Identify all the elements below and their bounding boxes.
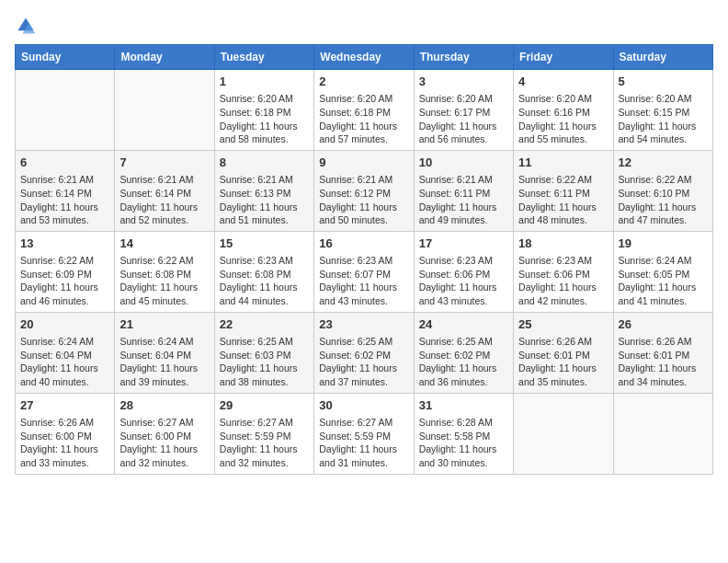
cell-text: Sunrise: 6:23 AM <box>518 254 608 268</box>
cell-text: Daylight: 11 hours and 56 minutes. <box>419 120 508 146</box>
calendar-cell: 14Sunrise: 6:22 AMSunset: 6:08 PMDayligh… <box>115 231 214 312</box>
cell-text: Sunrise: 6:21 AM <box>119 173 209 187</box>
cell-text: Sunset: 6:14 PM <box>20 187 109 201</box>
cell-text: Sunrise: 6:27 AM <box>220 416 309 430</box>
cell-text: Sunrise: 6:28 AM <box>419 416 508 430</box>
day-number: 16 <box>319 236 408 252</box>
cell-text: Sunset: 6:02 PM <box>319 349 408 362</box>
cell-text: Sunrise: 6:22 AM <box>119 254 209 268</box>
week-row-5: 27Sunrise: 6:26 AMSunset: 6:00 PMDayligh… <box>16 393 713 474</box>
logo <box>15 15 40 37</box>
cell-text: Sunrise: 6:21 AM <box>20 173 109 187</box>
cell-text: Daylight: 11 hours and 38 minutes. <box>220 362 309 388</box>
cell-text: Sunset: 6:12 PM <box>319 187 408 201</box>
cell-text: Daylight: 11 hours and 43 minutes. <box>419 281 508 307</box>
cell-text: Sunrise: 6:27 AM <box>319 416 408 430</box>
day-number: 23 <box>319 316 408 333</box>
day-number: 13 <box>20 236 109 252</box>
cell-text: Sunrise: 6:20 AM <box>619 92 708 106</box>
calendar-cell: 24Sunrise: 6:25 AMSunset: 6:02 PMDayligh… <box>414 312 513 393</box>
cell-text: Daylight: 11 hours and 32 minutes. <box>220 442 309 469</box>
cell-text: Sunset: 6:06 PM <box>419 268 508 282</box>
day-number: 4 <box>518 74 608 90</box>
cell-text: Sunrise: 6:22 AM <box>619 173 708 187</box>
logo-icon <box>15 15 37 37</box>
calendar-cell: 9Sunrise: 6:21 AMSunset: 6:12 PMDaylight… <box>314 150 414 231</box>
cell-text: Sunrise: 6:26 AM <box>518 335 608 349</box>
header <box>15 15 713 37</box>
day-number: 25 <box>518 316 608 333</box>
calendar-cell: 10Sunrise: 6:21 AMSunset: 6:11 PMDayligh… <box>414 150 513 231</box>
calendar-cell: 22Sunrise: 6:25 AMSunset: 6:03 PMDayligh… <box>214 312 313 393</box>
cell-text: Daylight: 11 hours and 57 minutes. <box>319 120 408 146</box>
cell-text: Daylight: 11 hours and 33 minutes. <box>20 442 109 469</box>
week-row-4: 20Sunrise: 6:24 AMSunset: 6:04 PMDayligh… <box>16 312 713 393</box>
calendar-table: SundayMondayTuesdayWednesdayThursdayFrid… <box>15 44 713 475</box>
day-number: 1 <box>220 74 309 90</box>
calendar-cell: 16Sunrise: 6:23 AMSunset: 6:07 PMDayligh… <box>314 231 414 312</box>
cell-text: Daylight: 11 hours and 58 minutes. <box>220 120 309 146</box>
calendar-cell: 1Sunrise: 6:20 AMSunset: 6:18 PMDaylight… <box>214 70 313 151</box>
day-header-wednesday: Wednesday <box>314 45 414 70</box>
cell-text: Daylight: 11 hours and 50 minutes. <box>319 201 408 227</box>
cell-text: Sunrise: 6:25 AM <box>220 335 309 349</box>
calendar-cell: 8Sunrise: 6:21 AMSunset: 6:13 PMDaylight… <box>214 150 313 231</box>
cell-text: Sunset: 6:11 PM <box>518 187 608 201</box>
cell-text: Sunrise: 6:21 AM <box>319 173 408 187</box>
cell-text: Daylight: 11 hours and 36 minutes. <box>419 362 508 388</box>
cell-text: Sunrise: 6:22 AM <box>20 254 109 268</box>
day-number: 21 <box>119 316 209 333</box>
calendar-cell: 12Sunrise: 6:22 AMSunset: 6:10 PMDayligh… <box>613 150 712 231</box>
cell-text: Sunrise: 6:26 AM <box>619 335 708 349</box>
cell-text: Daylight: 11 hours and 54 minutes. <box>619 120 708 146</box>
cell-text: Sunset: 6:06 PM <box>518 268 608 282</box>
cell-text: Sunrise: 6:21 AM <box>220 173 309 187</box>
day-number: 5 <box>619 74 708 90</box>
cell-text: Daylight: 11 hours and 45 minutes. <box>119 281 209 307</box>
days-header-row: SundayMondayTuesdayWednesdayThursdayFrid… <box>16 45 713 70</box>
cell-text: Daylight: 11 hours and 30 minutes. <box>419 442 508 469</box>
cell-text: Sunrise: 6:23 AM <box>319 254 408 268</box>
cell-text: Sunset: 6:18 PM <box>220 106 309 120</box>
cell-text: Daylight: 11 hours and 41 minutes. <box>619 281 708 307</box>
cell-text: Sunrise: 6:20 AM <box>319 92 408 106</box>
cell-text: Sunset: 6:05 PM <box>619 268 708 282</box>
cell-text: Sunrise: 6:21 AM <box>419 173 508 187</box>
cell-text: Daylight: 11 hours and 53 minutes. <box>20 201 109 227</box>
day-number: 15 <box>220 236 309 252</box>
cell-text: Sunset: 6:15 PM <box>619 106 708 120</box>
week-row-2: 6Sunrise: 6:21 AMSunset: 6:14 PMDaylight… <box>16 150 713 231</box>
cell-text: Sunset: 6:00 PM <box>20 430 109 443</box>
calendar-cell: 28Sunrise: 6:27 AMSunset: 6:00 PMDayligh… <box>115 393 214 474</box>
cell-text: Daylight: 11 hours and 31 minutes. <box>319 442 408 469</box>
calendar-cell: 29Sunrise: 6:27 AMSunset: 5:59 PMDayligh… <box>214 393 313 474</box>
calendar-cell: 7Sunrise: 6:21 AMSunset: 6:14 PMDaylight… <box>115 150 214 231</box>
calendar-cell: 30Sunrise: 6:27 AMSunset: 5:59 PMDayligh… <box>314 393 414 474</box>
cell-text: Sunset: 6:04 PM <box>119 349 209 362</box>
calendar-cell: 25Sunrise: 6:26 AMSunset: 6:01 PMDayligh… <box>514 312 613 393</box>
cell-text: Sunrise: 6:26 AM <box>20 416 109 430</box>
day-number: 24 <box>419 316 508 333</box>
calendar-cell: 5Sunrise: 6:20 AMSunset: 6:15 PMDaylight… <box>613 70 712 151</box>
calendar-cell: 4Sunrise: 6:20 AMSunset: 6:16 PMDaylight… <box>514 70 613 151</box>
cell-text: Sunrise: 6:27 AM <box>119 416 209 430</box>
cell-text: Daylight: 11 hours and 35 minutes. <box>518 362 608 388</box>
cell-text: Daylight: 11 hours and 43 minutes. <box>319 281 408 307</box>
cell-text: Sunset: 6:02 PM <box>419 349 508 362</box>
cell-text: Daylight: 11 hours and 46 minutes. <box>20 281 109 307</box>
cell-text: Sunset: 6:16 PM <box>518 106 608 120</box>
day-number: 10 <box>419 155 508 171</box>
day-number: 6 <box>20 155 109 171</box>
cell-text: Sunset: 6:01 PM <box>518 349 608 362</box>
day-number: 18 <box>518 236 608 252</box>
calendar-cell: 3Sunrise: 6:20 AMSunset: 6:17 PMDaylight… <box>414 70 513 151</box>
cell-text: Sunrise: 6:25 AM <box>319 335 408 349</box>
calendar-cell: 13Sunrise: 6:22 AMSunset: 6:09 PMDayligh… <box>16 231 115 312</box>
calendar-cell: 18Sunrise: 6:23 AMSunset: 6:06 PMDayligh… <box>514 231 613 312</box>
cell-text: Sunset: 6:08 PM <box>220 268 309 282</box>
cell-text: Sunrise: 6:25 AM <box>419 335 508 349</box>
cell-text: Daylight: 11 hours and 55 minutes. <box>518 120 608 146</box>
day-number: 3 <box>419 74 508 90</box>
day-number: 17 <box>419 236 508 252</box>
calendar-cell: 31Sunrise: 6:28 AMSunset: 5:58 PMDayligh… <box>414 393 513 474</box>
